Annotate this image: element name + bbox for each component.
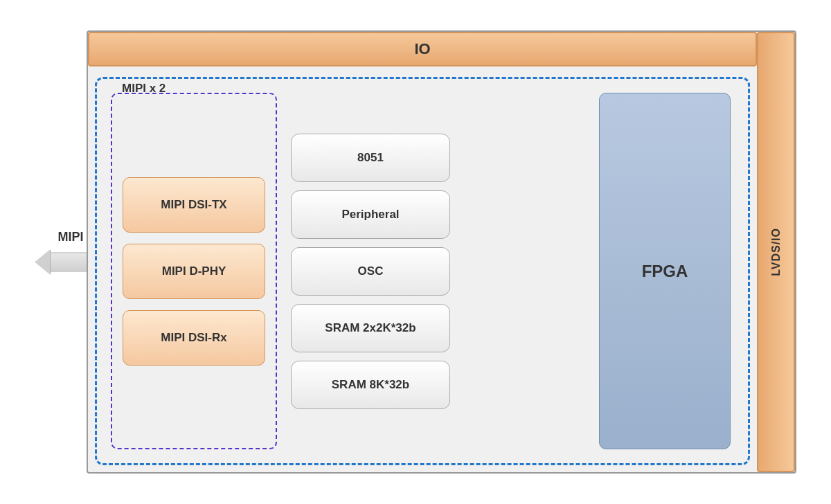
lvds-bar: LVDS/IO: [757, 32, 795, 472]
mipi-dsi-tx-block: MIPI DSI-TX: [123, 177, 265, 233]
io-bar: IO: [88, 32, 757, 66]
block-sram-8k: SRAM 8K*32b: [291, 361, 450, 409]
mipi-group-label: MIPI x 2: [119, 82, 168, 96]
mipi-group: MIPI x 2 MIPI DSI-TX MIPI D-PHY MIPI DSI…: [111, 93, 277, 449]
arrow-left-head: [35, 250, 50, 275]
mipi-blocks-container: MIPI DSI-TX MIPI D-PHY MIPI DSI-Rx: [123, 105, 265, 438]
chip-outline: IO LVDS/IO MIPI x 2 MIPI DSI-TX MIPI D-P…: [87, 30, 796, 474]
block-sram-2x2k: SRAM 2x2K*32b: [291, 304, 450, 352]
mipi-d-phy-block: MIPI D-PHY: [123, 244, 265, 299]
block-8051: 8051: [291, 134, 450, 182]
dashed-border-area: MIPI x 2 MIPI DSI-TX MIPI D-PHY MIPI DSI…: [95, 77, 750, 465]
mipi-arrow-label: MIPI: [57, 230, 83, 244]
lvds-label: LVDS/IO: [770, 228, 783, 276]
block-osc: OSC: [291, 247, 450, 296]
fpga-block: FPGA: [599, 93, 731, 449]
block-peripheral: Peripheral: [291, 190, 450, 239]
right-column-blocks: 8051 Peripheral OSC SRAM 2x2K*32b SRAM 8…: [291, 93, 450, 449]
diagram-container: MIPI IO LVDS/IO MIPI x 2 MIPI DSI-TX: [35, 24, 796, 480]
arrow-body: [50, 253, 91, 272]
mipi-dsi-rx-block: MIPI DSI-Rx: [123, 310, 265, 366]
io-label: IO: [414, 40, 430, 58]
